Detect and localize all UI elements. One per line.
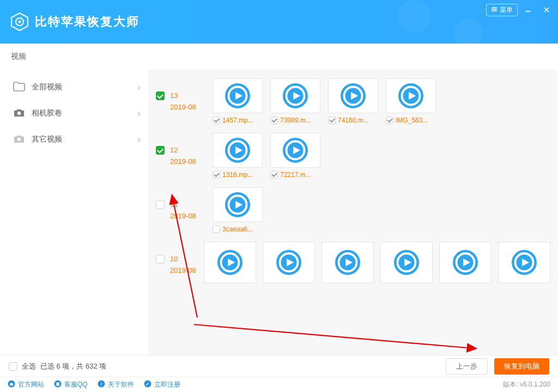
sidebar-item-camera-roll[interactable]: 相机胶卷 › bbox=[0, 100, 148, 126]
qq-icon bbox=[54, 380, 62, 389]
play-icon bbox=[453, 250, 478, 275]
recover-button[interactable]: 恢复到电脑 bbox=[494, 358, 549, 375]
sidebar-item-all-videos[interactable]: 全部视频 › bbox=[0, 74, 148, 100]
video-thumb[interactable] bbox=[263, 242, 315, 283]
video-thumb[interactable]: 1316.mp... bbox=[213, 133, 263, 179]
video-thumb[interactable] bbox=[380, 242, 433, 283]
group-month: 2019-08 bbox=[170, 157, 196, 166]
sidebar-item-label: 相机胶卷 bbox=[32, 108, 62, 118]
group-day: 12 bbox=[170, 146, 196, 154]
results-panel: 13 2019-08 1457.mp... 73989.m. bbox=[148, 70, 558, 355]
sidebar: 全部视频 › 相机胶卷 › 其它视频 › bbox=[0, 70, 148, 355]
app-logo-icon bbox=[10, 12, 29, 32]
group-month: 2019-08 bbox=[170, 212, 196, 220]
play-icon bbox=[225, 192, 250, 217]
file-name: 1457.mp... bbox=[222, 117, 253, 124]
video-thumb[interactable]: 72217.m... bbox=[270, 133, 320, 179]
date-group: 11 2019-08 3caeaa6... bbox=[148, 183, 558, 237]
pen-icon bbox=[144, 380, 151, 389]
video-thumb[interactable] bbox=[322, 242, 374, 283]
play-icon bbox=[225, 83, 250, 108]
link-label: 客服QQ bbox=[64, 380, 88, 389]
minimize-button[interactable] bbox=[520, 3, 536, 16]
breadcrumb: 视频 bbox=[0, 44, 558, 70]
file-name: 72217.m... bbox=[280, 171, 311, 179]
group-day: 10 bbox=[170, 255, 196, 263]
file-checkbox[interactable] bbox=[270, 171, 278, 179]
file-checkbox[interactable] bbox=[213, 225, 220, 233]
chevron-right-icon: › bbox=[137, 82, 141, 93]
file-checkbox[interactable] bbox=[213, 117, 220, 124]
sidebar-item-other-videos[interactable]: 其它视频 › bbox=[0, 126, 148, 152]
link-official-site[interactable]: 官方网站 bbox=[8, 380, 44, 389]
play-icon bbox=[512, 250, 537, 275]
play-icon bbox=[276, 250, 301, 275]
video-thumb[interactable]: 73989.m... bbox=[270, 78, 320, 124]
menu-label: 菜单 bbox=[500, 5, 513, 15]
play-icon bbox=[394, 250, 419, 275]
video-thumb[interactable] bbox=[439, 242, 492, 283]
svg-point-48 bbox=[56, 382, 59, 386]
link-label: 官方网站 bbox=[18, 380, 44, 389]
play-icon bbox=[335, 250, 360, 275]
titlebar: 比特苹果恢复大师 菜单 bbox=[0, 0, 558, 44]
play-icon bbox=[398, 83, 423, 108]
play-icon bbox=[217, 250, 242, 275]
camera-icon bbox=[13, 134, 25, 145]
select-all-label: 全选 bbox=[22, 362, 36, 371]
video-thumb[interactable] bbox=[498, 242, 550, 283]
link-about[interactable]: i 关于软件 bbox=[98, 380, 134, 389]
chevron-right-icon: › bbox=[137, 108, 141, 119]
close-button[interactable] bbox=[538, 3, 555, 16]
file-name: IMG_563... bbox=[396, 117, 428, 124]
video-thumb[interactable]: 1457.mp... bbox=[213, 78, 263, 124]
svg-text:i: i bbox=[101, 381, 102, 387]
link-label: 关于软件 bbox=[108, 380, 134, 389]
folder-icon bbox=[13, 82, 25, 93]
version-label: 版本: v6.0.1.200 bbox=[503, 380, 550, 389]
sidebar-item-label: 全部视频 bbox=[32, 82, 62, 92]
group-checkbox[interactable] bbox=[156, 91, 165, 100]
group-checkbox[interactable] bbox=[156, 255, 165, 264]
play-icon bbox=[225, 138, 250, 163]
selection-summary: 已选 6 项，共 632 项 bbox=[40, 362, 106, 371]
sidebar-item-label: 其它视频 bbox=[32, 134, 62, 144]
video-thumb[interactable]: 3caeaa6... bbox=[213, 187, 263, 233]
status-bar: 官方网站 客服QQ i 关于软件 立即注册 版本: v6.0.1.200 bbox=[0, 377, 558, 392]
breadcrumb-label[interactable]: 视频 bbox=[11, 52, 26, 62]
home-icon bbox=[8, 380, 15, 389]
file-checkbox[interactable] bbox=[213, 171, 220, 179]
file-checkbox[interactable] bbox=[328, 117, 336, 124]
camera-icon bbox=[13, 108, 25, 119]
file-name: 3caeaa6... bbox=[222, 225, 253, 233]
file-checkbox[interactable] bbox=[386, 117, 393, 124]
select-all-checkbox[interactable] bbox=[9, 362, 17, 371]
selection-bar: 全选 已选 6 项，共 632 项 上一步 恢复到电脑 bbox=[0, 355, 558, 377]
svg-point-3 bbox=[17, 111, 21, 114]
video-thumb[interactable] bbox=[204, 242, 256, 283]
svg-point-4 bbox=[17, 137, 21, 140]
link-label: 立即注册 bbox=[154, 380, 180, 389]
group-checkbox[interactable] bbox=[156, 146, 165, 155]
play-icon bbox=[341, 83, 366, 108]
file-name: 1316.mp... bbox=[222, 171, 253, 179]
link-register[interactable]: 立即注册 bbox=[144, 380, 180, 389]
video-thumb[interactable]: IMG_563... bbox=[386, 78, 436, 124]
file-name: 73989.m... bbox=[280, 117, 311, 124]
prev-step-button[interactable]: 上一步 bbox=[446, 358, 488, 375]
group-month: 2019-08 bbox=[170, 266, 196, 274]
date-group: 10 2019-08 bbox=[148, 237, 558, 287]
group-day: 11 bbox=[170, 200, 196, 209]
menu-button[interactable]: 菜单 bbox=[486, 4, 518, 16]
chevron-right-icon: › bbox=[137, 134, 141, 145]
group-checkbox[interactable] bbox=[156, 200, 165, 209]
file-checkbox[interactable] bbox=[270, 117, 278, 124]
play-icon bbox=[283, 83, 308, 108]
link-qq[interactable]: 客服QQ bbox=[54, 380, 88, 389]
svg-point-2 bbox=[19, 21, 21, 23]
date-group: 12 2019-08 1316.mp... 72217.m. bbox=[148, 128, 558, 183]
date-group: 13 2019-08 1457.mp... 73989.m. bbox=[148, 74, 558, 128]
group-day: 13 bbox=[170, 91, 196, 100]
video-thumb[interactable]: 74160.m... bbox=[328, 78, 378, 124]
svg-line-45 bbox=[194, 324, 475, 348]
